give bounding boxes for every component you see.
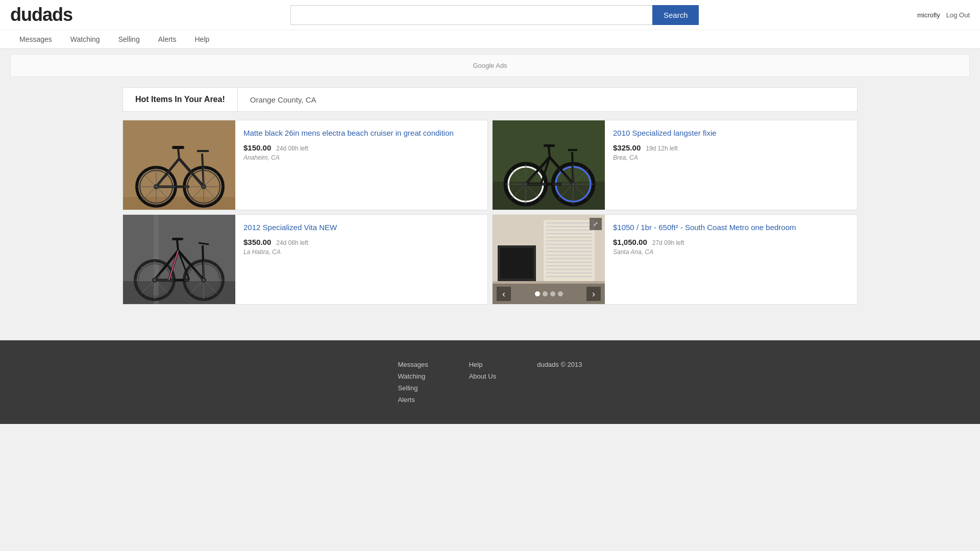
logout-button[interactable]: Log Out [946,11,970,19]
nav-item-watching[interactable]: Watching [61,30,109,48]
main-nav: Messages Watching Selling Alerts Help [0,30,980,48]
item-info-4: $1050 / 1br - 650ft² - South Coast Metro… [605,215,857,304]
header: dudads Search microfly Log Out Messages … [0,0,980,49]
item-location-2: Brea, CA [613,154,849,161]
item-time-4: 27d 09h left [652,239,684,246]
main-content: Hot Items In Your Area! Orange County, C… [0,82,980,310]
svg-rect-90 [546,258,592,259]
item-price-4: $1,050.00 [613,238,647,246]
nav-list: Messages Watching Selling Alerts Help [0,30,980,48]
item-price-row-4: $1,050.00 27d 09h left [613,238,849,246]
username-label: microfly [917,11,940,19]
svg-rect-79 [544,220,595,281]
svg-rect-88 [546,251,592,252]
footer-col-2: Help About Us [469,361,496,404]
expand-icon[interactable]: ⤢ [590,218,602,230]
nav-link-selling[interactable]: Selling [109,30,149,48]
items-grid: Matte black 26in mens electra beach crui… [122,120,857,305]
item-image-vita [123,215,235,304]
svg-rect-93 [546,269,592,270]
nav-item-selling[interactable]: Selling [109,30,149,48]
svg-rect-92 [546,265,592,266]
site-logo[interactable]: dudads [10,4,72,26]
svg-line-13 [178,148,179,159]
footer-link-selling[interactable]: Selling [398,384,428,392]
item-price-2: $325.00 [613,143,641,152]
carousel-dot-4[interactable] [558,291,563,296]
footer-copyright: dudads © 2013 [537,361,582,368]
nav-item-messages[interactable]: Messages [10,30,61,48]
ads-label: Google Ads [473,62,507,69]
svg-rect-83 [546,233,592,234]
footer-col-3: dudads © 2013 [537,361,582,404]
footer-col-1: Messages Watching Selling Alerts [398,361,428,404]
header-top: dudads Search microfly Log Out [0,0,980,30]
prev-arrow[interactable]: ‹ [497,287,511,301]
item-price-row-3: $350.00 24d 08h left [243,238,479,246]
item-title-2[interactable]: 2010 Specialized langster fixie [613,128,849,138]
svg-rect-80 [546,222,592,223]
item-title-4[interactable]: $1050 / 1br - 650ft² - South Coast Metro… [613,222,849,233]
search-button[interactable]: Search [652,5,699,25]
item-title-1[interactable]: Matte black 26in mens electra beach crui… [243,128,479,138]
list-item: 2012 Specialized Vita NEW $350.00 24d 08… [122,214,488,305]
svg-rect-95 [546,276,592,277]
item-location-3: La Habra, CA [243,248,479,256]
svg-rect-84 [546,237,592,238]
item-time-1: 24d 08h left [276,145,308,152]
hot-items-tab[interactable]: Hot Items In Your Area! [123,88,238,111]
svg-rect-97 [500,248,533,279]
item-price-1: $150.00 [243,143,271,152]
svg-line-64 [177,240,178,251]
ads-banner: Google Ads [10,54,970,77]
svg-rect-14 [172,146,184,149]
footer-link-watching[interactable]: Watching [398,372,428,380]
next-arrow[interactable]: › [586,287,601,301]
nav-item-help[interactable]: Help [185,30,218,48]
footer-inner: Messages Watching Selling Alerts Help Ab… [0,361,980,404]
item-location-1: Anaheim, CA [243,154,479,161]
svg-rect-85 [546,240,592,241]
nav-link-watching[interactable]: Watching [61,30,109,48]
svg-line-37 [549,147,550,157]
svg-rect-89 [546,255,592,256]
search-bar: Search [290,5,699,25]
svg-rect-65 [172,238,183,240]
svg-rect-86 [546,244,592,245]
list-item: ⤢ ‹ › $1050 / 1br - 650ft² - South Coast… [492,214,857,305]
nav-link-help[interactable]: Help [185,30,218,48]
footer-link-messages[interactable]: Messages [398,361,428,368]
item-price-row-1: $150.00 24d 08h left [243,143,479,152]
footer-link-help[interactable]: Help [469,361,496,368]
carousel-dot-1[interactable] [535,291,540,296]
hot-items-location: Orange County, CA [238,88,329,111]
item-price-3: $350.00 [243,238,271,246]
carousel-controls: ‹ › [493,284,605,304]
item-info-2: 2010 Specialized langster fixie $325.00 … [605,120,857,210]
nav-link-messages[interactable]: Messages [10,30,61,48]
item-image-apartment: ⤢ ‹ › [493,215,605,304]
svg-rect-94 [546,272,592,273]
svg-rect-91 [546,262,592,263]
footer-link-about[interactable]: About Us [469,372,496,380]
search-input[interactable] [290,5,652,25]
svg-rect-38 [544,144,555,147]
nav-item-alerts[interactable]: Alerts [149,30,186,48]
carousel-dot-3[interactable] [550,291,555,296]
list-item: 2010 Specialized langster fixie $325.00 … [492,120,857,210]
item-image-bike-cruiser [123,120,235,210]
item-info-1: Matte black 26in mens electra beach crui… [235,120,487,210]
footer: Messages Watching Selling Alerts Help Ab… [0,340,980,424]
hot-items-header: Hot Items In Your Area! Orange County, C… [122,87,857,112]
item-time-3: 24d 08h left [276,239,308,246]
item-info-3: 2012 Specialized Vita NEW $350.00 24d 08… [235,215,487,304]
list-item: Matte black 26in mens electra beach crui… [122,120,488,210]
nav-link-alerts[interactable]: Alerts [149,30,186,48]
carousel-dot-2[interactable] [543,291,548,296]
carousel-dots [535,291,563,296]
item-time-2: 19d 12h left [646,145,678,152]
footer-link-alerts[interactable]: Alerts [398,396,428,404]
item-price-row-2: $325.00 19d 12h left [613,143,849,152]
item-title-3[interactable]: 2012 Specialized Vita NEW [243,222,479,233]
item-location-4: Santa Ana, CA [613,248,849,256]
